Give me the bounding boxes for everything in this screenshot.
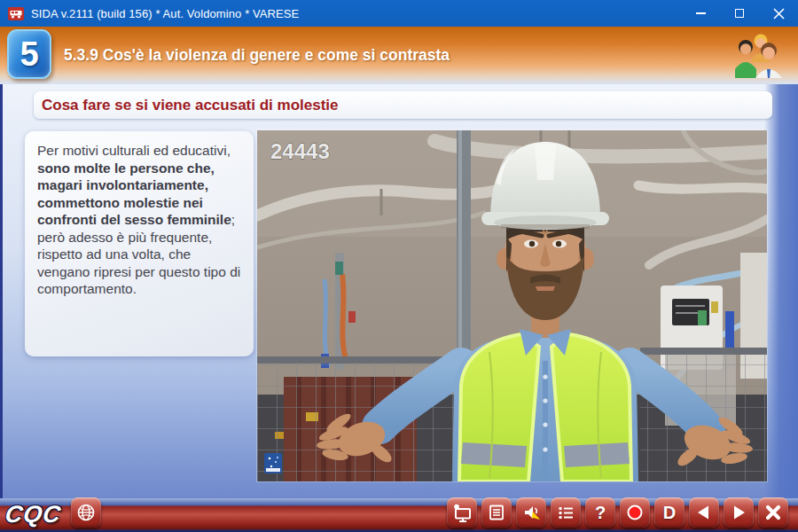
- dictionary-button[interactable]: D: [654, 497, 685, 528]
- globe-button[interactable]: [71, 497, 101, 528]
- bullet-list-icon: [556, 503, 575, 522]
- arrow-right-icon: [729, 503, 748, 522]
- maximize-icon: [735, 9, 744, 18]
- media-code-label: 24443: [270, 139, 330, 163]
- minimize-icon: [696, 12, 706, 14]
- globe-icon: [76, 503, 96, 522]
- watermark-icon: [264, 453, 282, 473]
- lesson-content-area: Cosa fare se si viene accusati di molest…: [0, 84, 798, 498]
- audio-button[interactable]: [516, 497, 546, 528]
- maximize-button[interactable]: [720, 0, 759, 27]
- window-title: SIDA v.2111 (build 156) * Aut. Voldomino…: [31, 7, 299, 20]
- index-button[interactable]: [551, 497, 581, 528]
- slide-title: Cosa fare se si viene accusati di molest…: [42, 97, 339, 114]
- lesson-paragraph: Per motivi culturali ed educativi, sono …: [37, 142, 241, 298]
- previous-button[interactable]: [689, 497, 719, 528]
- speaker-sound-icon: [521, 503, 542, 523]
- document-lines-icon: [487, 503, 506, 522]
- lesson-title: 5.3.9 Cos'è la violenza di genere e come…: [64, 46, 450, 65]
- presentation-button[interactable]: [447, 497, 477, 528]
- exit-button[interactable]: [758, 497, 788, 528]
- help-label: ?: [595, 504, 606, 521]
- x-mark-icon: [763, 503, 783, 522]
- slide-title-bar: Cosa fare se si viene accusati di molest…: [34, 91, 772, 119]
- dictionary-label: D: [663, 504, 676, 521]
- minimize-button[interactable]: [681, 0, 720, 27]
- screen-with-person-icon: [452, 503, 473, 523]
- help-button[interactable]: ?: [585, 497, 615, 528]
- cqc-logo: CQC: [4, 501, 63, 528]
- people-group-icon: [732, 32, 784, 78]
- close-button[interactable]: [759, 0, 798, 27]
- lesson-text-panel: Per motivi culturali ed educativi, sono …: [25, 131, 254, 356]
- close-icon: [773, 8, 785, 20]
- chapter-badge: 5: [7, 29, 51, 79]
- next-button[interactable]: [724, 497, 754, 528]
- sida-application-window: SIDA v.2111 (build 156) * Aut. Voldomino…: [0, 0, 798, 532]
- record-icon: [625, 503, 645, 522]
- text-button[interactable]: [481, 497, 512, 528]
- titlebar: SIDA v.2111 (build 156) * Aut. Voldomino…: [0, 0, 798, 27]
- arrow-left-icon: [694, 503, 714, 522]
- app-vehicle-icon: [8, 7, 24, 20]
- lesson-photo: 24443: [257, 130, 767, 481]
- record-button[interactable]: [620, 497, 650, 528]
- right-edge-strip: [764, 84, 798, 498]
- lesson-header: 5 5.3.9 Cos'è la violenza di genere e co…: [0, 27, 798, 84]
